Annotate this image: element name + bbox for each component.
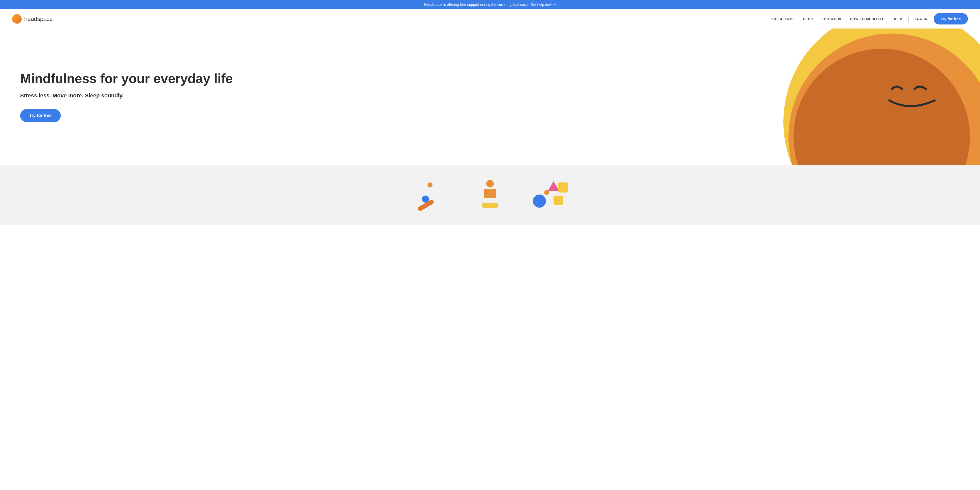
nav-links: THE SCIENCE BLOG FOR WORK HOW TO MEDITAT… [770,17,902,21]
logo-link[interactable]: headspace [12,14,52,24]
fig2-body [484,189,496,198]
shapes-cluster [530,180,571,210]
fig3-triangle [548,181,559,191]
nav-item-how-to-meditate[interactable]: HOW TO MEDITATE [850,17,885,21]
fig3-dot [544,190,549,195]
nav-item-the-science[interactable]: THE SCIENCE [770,17,795,21]
login-link[interactable]: LOG IN [915,17,928,21]
hero-title: Mindfulness for your everyday life [20,71,426,86]
hero-face-illustration [884,79,940,110]
announcement-banner: Headspace is offering free support durin… [0,0,980,9]
logo-icon [12,14,22,24]
hero-subtitle: Stress less. Move more. Sleep soundly. [20,93,426,99]
figure-2 [470,180,510,215]
hero-section: Mindfulness for your everyday life Stres… [0,29,980,165]
fig2-head [486,180,494,187]
yoga-figure [414,180,445,210]
nav-right: THE SCIENCE BLOG FOR WORK HOW TO MEDITAT… [770,13,968,24]
meditate-figure [480,180,500,210]
fig3-small-face [554,196,563,205]
figure-3 [530,180,571,215]
nav-item-help[interactable]: HELP [892,17,902,21]
banner-text: Headspace is offering free support durin… [424,3,556,6]
hero-illustration [441,29,980,165]
fig1-head [428,182,433,187]
fig1-body [422,196,429,203]
nav-item-blog[interactable]: BLOG [803,17,814,21]
navbar: headspace THE SCIENCE BLOG FOR WORK HOW … [0,9,980,29]
nav-try-button[interactable]: Try for free [934,13,968,24]
logo-text: headspace [24,15,52,22]
fig3-blue-face [533,195,546,207]
hero-content: Mindfulness for your everyday life Stres… [0,29,441,165]
fig3-yellow-square [558,182,568,193]
bottom-section [0,165,980,225]
nav-item-for-work[interactable]: FOR WORK [821,17,842,21]
hero-cta-button[interactable]: Try for free [20,109,61,122]
figure-1 [409,180,450,215]
fig2-base [482,203,498,207]
